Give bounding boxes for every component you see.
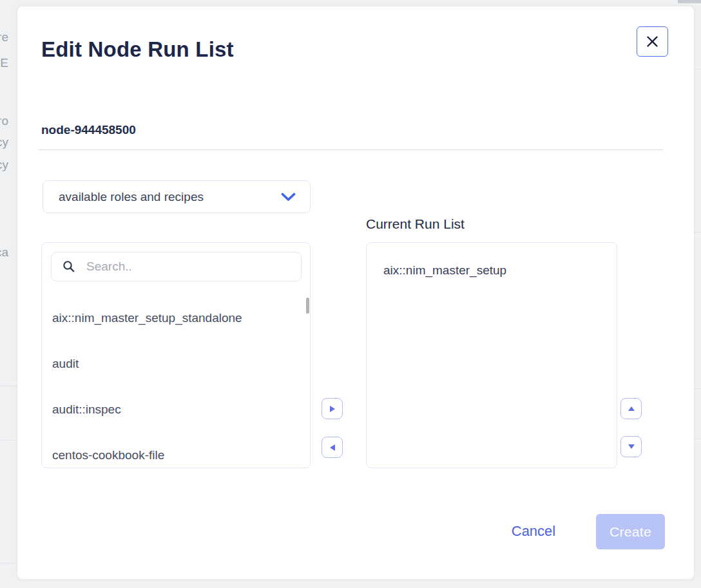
list-item[interactable]: audit::inspec	[52, 403, 294, 416]
move-up-button[interactable]	[620, 398, 642, 419]
search-field	[51, 252, 302, 281]
dialog-title: Edit Node Run List	[41, 37, 234, 62]
bg-text-fragment: ure	[0, 30, 8, 44]
triangle-right-icon	[330, 406, 335, 412]
move-left-button[interactable]	[322, 437, 343, 458]
close-icon	[646, 35, 658, 48]
triangle-down-icon	[628, 444, 635, 449]
browser-scrollbar[interactable]	[678, 0, 701, 3]
list-item[interactable]: centos-cookbook-file	[52, 448, 294, 462]
bg-row-divider	[0, 563, 17, 564]
current-run-list-heading: Current Run List	[366, 216, 465, 232]
triangle-left-icon	[330, 444, 335, 451]
run-list-item[interactable]: aix::nim_master_setup	[383, 263, 506, 278]
cancel-button[interactable]: Cancel	[495, 520, 572, 542]
bg-row-divider	[694, 232, 701, 232]
bg-row-divider	[0, 386, 17, 386]
node-name-underline	[39, 149, 663, 150]
move-right-button[interactable]	[322, 398, 343, 419]
dropdown-selected-value: available roles and recipes	[59, 190, 281, 204]
bg-text-fragment: cy	[0, 158, 8, 172]
available-recipes-list: aix::nim_master_setup_standalone audit a…	[52, 311, 294, 494]
bg-row-divider	[694, 69, 701, 70]
page-background: ure DE ro cy cy ca Edit Node Run List no…	[0, 0, 701, 588]
search-input[interactable]	[86, 260, 301, 274]
create-button[interactable]: Create	[596, 514, 665, 549]
bg-row-divider	[694, 388, 701, 389]
chevron-down-icon	[281, 193, 296, 202]
triangle-up-icon	[628, 406, 635, 411]
current-run-list-panel: aix::nim_master_setup	[366, 242, 617, 468]
bg-text-fragment: DE	[0, 56, 8, 70]
list-item[interactable]: audit	[52, 357, 294, 370]
roles-recipes-dropdown[interactable]: available roles and recipes	[43, 180, 311, 213]
bg-text-fragment: cy	[0, 135, 8, 149]
node-name-label: node-944458500	[41, 123, 136, 137]
list-item[interactable]: aix::nim_master_setup_standalone	[52, 311, 294, 325]
move-down-button[interactable]	[620, 436, 642, 457]
search-icon	[62, 260, 75, 273]
bg-text-fragment: ca	[0, 245, 8, 260]
bg-row-divider	[694, 439, 701, 439]
close-button[interactable]	[637, 26, 668, 57]
bg-row-divider	[0, 440, 17, 441]
bg-text-fragment: ro	[0, 114, 8, 128]
list-scrollbar-thumb[interactable]	[306, 298, 309, 314]
edit-node-run-list-dialog: Edit Node Run List node-944458500 availa…	[17, 6, 694, 579]
available-list-panel: aix::nim_master_setup_standalone audit a…	[41, 242, 311, 468]
